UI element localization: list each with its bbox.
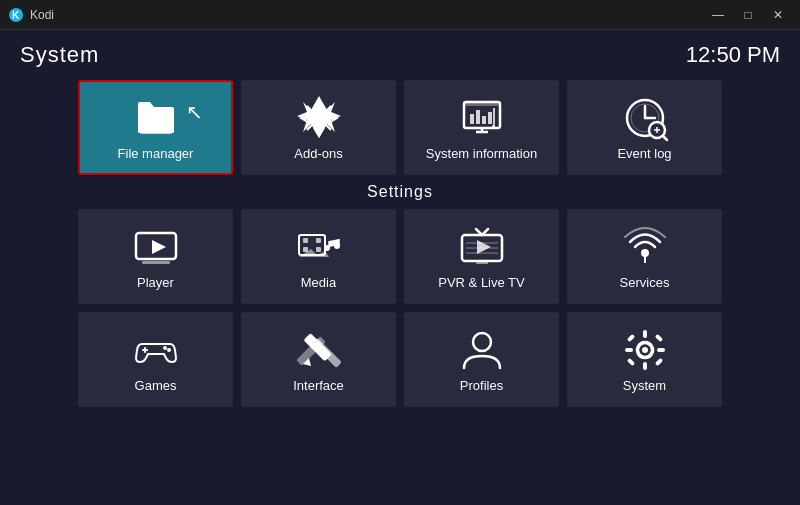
svg-rect-56 <box>643 330 647 338</box>
svg-rect-30 <box>316 247 321 252</box>
settings-row-2: Games Interface Profiles <box>60 312 740 407</box>
svg-rect-10 <box>476 110 480 124</box>
svg-marker-24 <box>152 240 166 254</box>
app-time: 12:50 PM <box>686 42 780 68</box>
svg-rect-59 <box>657 348 665 352</box>
interface-icon <box>295 326 343 374</box>
svg-point-53 <box>473 333 491 351</box>
addons-icon <box>295 94 343 142</box>
svg-rect-11 <box>482 116 486 124</box>
pvr-icon <box>458 223 506 271</box>
app-title: System <box>20 42 99 68</box>
eventlog-icon <box>621 94 669 142</box>
app-bar: System 12:50 PM <box>0 30 800 80</box>
tile-add-ons-label: Add-ons <box>294 146 342 161</box>
title-bar-controls[interactable]: — □ ✕ <box>704 4 792 26</box>
svg-rect-57 <box>643 362 647 370</box>
tile-profiles[interactable]: Profiles <box>404 312 559 407</box>
svg-text:K: K <box>12 10 20 21</box>
player-icon <box>132 223 180 271</box>
svg-rect-25 <box>142 261 170 264</box>
folder-icon <box>132 94 180 142</box>
tile-system-information-label: System information <box>426 146 537 161</box>
tile-system-information[interactable]: System information <box>404 80 559 175</box>
kodi-app-icon: K <box>8 7 24 23</box>
tile-interface-label: Interface <box>293 378 344 393</box>
title-bar-title: Kodi <box>30 8 54 22</box>
tile-file-manager-label: File manager <box>118 146 194 161</box>
svg-point-48 <box>167 348 171 352</box>
tile-games[interactable]: Games <box>78 312 233 407</box>
title-bar: K Kodi — □ ✕ <box>0 0 800 30</box>
main-content: File manager ↖ Add-ons <box>0 80 800 505</box>
tile-add-ons[interactable]: Add-ons <box>241 80 396 175</box>
tile-event-log-label: Event log <box>617 146 671 161</box>
tile-games-label: Games <box>135 378 177 393</box>
settings-section-label: Settings <box>60 183 740 201</box>
tile-services-label: Services <box>620 275 670 290</box>
games-icon <box>132 326 180 374</box>
tile-pvr-live-tv-label: PVR & Live TV <box>438 275 524 290</box>
svg-point-47 <box>163 346 167 350</box>
tile-player-label: Player <box>137 275 174 290</box>
svg-rect-12 <box>488 112 492 124</box>
media-icon <box>295 223 343 271</box>
cursor-icon: ↖ <box>186 100 203 124</box>
svg-marker-41 <box>477 240 491 254</box>
top-row: File manager ↖ Add-ons <box>60 80 740 175</box>
tile-player[interactable]: Player <box>78 209 233 304</box>
tile-media[interactable]: Media <box>241 209 396 304</box>
tile-event-log[interactable]: Event log <box>567 80 722 175</box>
tile-system-label: System <box>623 378 666 393</box>
svg-rect-9 <box>470 114 474 124</box>
tile-system[interactable]: System <box>567 312 722 407</box>
tile-pvr-live-tv[interactable]: PVR & Live TV <box>404 209 559 304</box>
svg-point-55 <box>642 347 648 353</box>
tile-services[interactable]: Services <box>567 209 722 304</box>
tile-profiles-label: Profiles <box>460 378 503 393</box>
settings-row-1: Player Media <box>60 209 740 304</box>
svg-rect-28 <box>303 247 308 252</box>
svg-line-20 <box>663 136 667 140</box>
tile-interface[interactable]: Interface <box>241 312 396 407</box>
sysinfo-icon <box>458 94 506 142</box>
close-button[interactable]: ✕ <box>764 4 792 26</box>
tile-file-manager[interactable]: File manager ↖ <box>78 80 233 175</box>
tile-media-label: Media <box>301 275 336 290</box>
svg-rect-27 <box>303 238 308 243</box>
system-icon <box>621 326 669 374</box>
svg-rect-42 <box>476 261 488 264</box>
svg-rect-58 <box>625 348 633 352</box>
title-bar-left: K Kodi <box>8 7 54 23</box>
maximize-button[interactable]: □ <box>734 4 762 26</box>
minimize-button[interactable]: — <box>704 4 732 26</box>
svg-rect-29 <box>316 238 321 243</box>
profiles-icon <box>458 326 506 374</box>
services-icon <box>621 223 669 271</box>
svg-rect-6 <box>464 102 500 106</box>
svg-marker-4 <box>297 96 341 138</box>
